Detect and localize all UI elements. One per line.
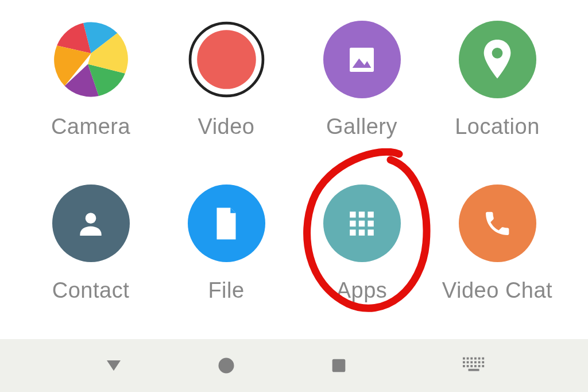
grid-item-label: Video — [198, 114, 254, 139]
svg-rect-18 — [463, 358, 465, 360]
camera-shutter-icon — [52, 21, 130, 98]
pin-icon — [459, 21, 536, 98]
svg-point-16 — [219, 358, 234, 374]
svg-rect-27 — [474, 361, 477, 363]
file-icon — [188, 185, 265, 262]
svg-point-5 — [86, 213, 96, 224]
grid-item-label: Apps — [336, 278, 388, 303]
app-share-grid: Camera Video Gallery Location — [0, 0, 588, 333]
svg-rect-20 — [470, 358, 473, 360]
grid-item-file[interactable]: File — [158, 175, 294, 328]
svg-point-4 — [492, 48, 503, 59]
grid-item-video[interactable]: Video — [158, 11, 294, 164]
svg-rect-12 — [350, 229, 355, 235]
nav-home-button[interactable] — [215, 354, 238, 377]
svg-rect-2 — [350, 48, 374, 72]
nav-keyboard-icon — [463, 357, 486, 374]
record-icon — [188, 21, 265, 98]
svg-rect-23 — [482, 358, 484, 360]
apps-grid-icon — [323, 185, 401, 262]
svg-rect-28 — [478, 361, 481, 363]
svg-rect-30 — [463, 365, 465, 367]
svg-rect-34 — [478, 365, 481, 367]
svg-rect-29 — [482, 361, 484, 363]
android-navbar — [0, 339, 588, 392]
svg-rect-6 — [350, 212, 355, 217]
nav-keyboard-button[interactable] — [463, 354, 486, 377]
svg-rect-17 — [332, 359, 346, 372]
svg-rect-7 — [359, 212, 365, 217]
grid-item-contact[interactable]: Contact — [23, 175, 158, 328]
grid-item-apps[interactable]: Apps — [294, 175, 430, 328]
phone-icon — [459, 185, 536, 262]
svg-rect-36 — [469, 369, 479, 371]
svg-rect-8 — [368, 212, 373, 217]
grid-item-gallery[interactable]: Gallery — [294, 11, 430, 164]
person-icon — [52, 185, 130, 262]
nav-recent-square-icon — [329, 356, 349, 375]
grid-item-label: Video Chat — [442, 278, 552, 303]
nav-recent-button[interactable] — [327, 354, 350, 377]
svg-point-1 — [197, 30, 256, 89]
nav-back-button[interactable] — [102, 354, 125, 377]
svg-rect-33 — [474, 365, 477, 367]
svg-rect-11 — [368, 220, 373, 226]
grid-item-location[interactable]: Location — [430, 11, 565, 164]
svg-marker-15 — [107, 360, 121, 371]
grid-item-label: Location — [455, 114, 540, 139]
svg-rect-31 — [467, 365, 469, 367]
nav-back-triangle-icon — [103, 355, 124, 376]
grid-item-label: Camera — [51, 114, 130, 139]
svg-rect-9 — [350, 220, 355, 226]
svg-rect-26 — [470, 361, 473, 363]
svg-rect-10 — [359, 220, 365, 226]
grid-item-label: Gallery — [326, 114, 397, 139]
svg-rect-19 — [467, 358, 469, 360]
svg-rect-24 — [463, 361, 465, 363]
svg-rect-25 — [467, 361, 469, 363]
grid-item-videochat[interactable]: Video Chat — [430, 175, 565, 328]
svg-rect-21 — [474, 358, 477, 360]
grid-item-camera[interactable]: Camera — [23, 11, 158, 164]
svg-rect-22 — [478, 358, 481, 360]
grid-item-label: File — [208, 278, 244, 303]
grid-item-label: Contact — [52, 278, 129, 303]
nav-home-circle-icon — [216, 355, 237, 376]
svg-rect-32 — [470, 365, 473, 367]
svg-rect-35 — [482, 365, 484, 367]
svg-rect-13 — [359, 229, 365, 235]
svg-rect-14 — [368, 229, 373, 235]
image-icon — [323, 21, 401, 98]
